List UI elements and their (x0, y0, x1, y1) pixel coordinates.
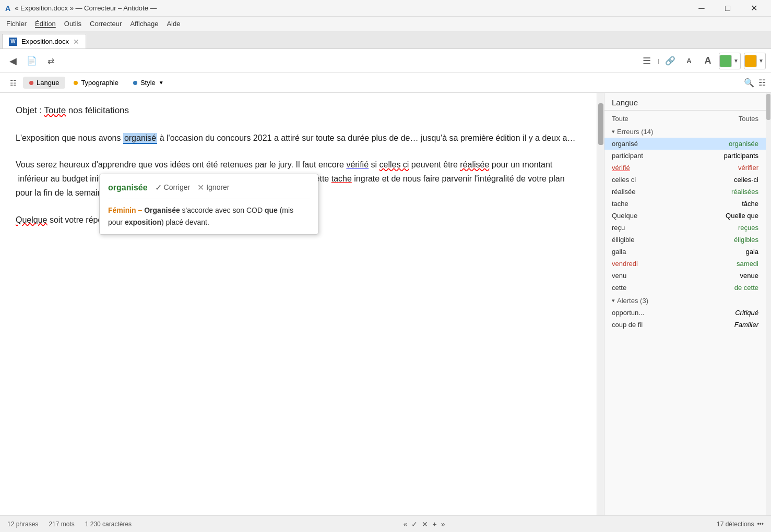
menu-aide[interactable]: Aide (162, 18, 184, 29)
error-row-vendredi[interactable]: vendredi samedi (604, 258, 766, 270)
error-right-de-cette: de cette (685, 284, 759, 292)
status-navigation: « ✓ ✕ + » (404, 520, 445, 528)
langue-dot (29, 81, 33, 85)
toolbar-font-large-button[interactable]: A (700, 53, 716, 69)
nav-close-button[interactable]: ✕ (422, 520, 428, 528)
filter-tab-typographie-label: Typographie (81, 79, 118, 87)
error-row-coup-de-fil[interactable]: coup de fil Familier (604, 319, 766, 331)
menu-outils[interactable]: Outils (60, 18, 86, 29)
filter-panel-toggle[interactable]: ☷ (5, 75, 21, 91)
error-col-headers: Toute Toutes (604, 113, 766, 125)
error-row-cette[interactable]: cette de cette (604, 282, 766, 294)
filter-tab-langue[interactable]: Langue (23, 77, 65, 89)
error-row-verifie[interactable]: vérifié vérifier (604, 162, 766, 174)
style-dot (133, 81, 137, 85)
error-left-recu: reçu (612, 224, 685, 232)
error-right-realisees: réalisées (685, 188, 759, 196)
nav-add-button[interactable]: + (432, 520, 436, 528)
filter-search-icon[interactable]: 🔍 (744, 78, 754, 88)
popup-top-row: organisée ✓ Corriger ✕ Ignorer (108, 180, 310, 199)
status-more-icon[interactable]: ••• (757, 521, 764, 528)
erreurs-collapse-icon: ▾ (612, 128, 615, 135)
error-right-familier: Familier (685, 321, 759, 329)
error-row-recu[interactable]: reçu reçues (604, 222, 766, 234)
erreurs-section-header[interactable]: ▾ Erreurs (14) (604, 125, 766, 138)
error-row-participant[interactable]: participant participants (604, 150, 766, 162)
error-row-venu[interactable]: venu venue (604, 270, 766, 282)
error-row-elligible[interactable]: élligible éligibles (604, 234, 766, 246)
toolbar-doc-button[interactable]: 📄 (24, 53, 40, 69)
menu-correcteur[interactable]: Correcteur (86, 18, 126, 29)
menu-edition[interactable]: Édition (31, 18, 60, 29)
filter-tab-typographie[interactable]: Typographie (67, 77, 125, 89)
nav-first-button[interactable]: « (404, 520, 408, 528)
menu-fichier[interactable]: Fichier (2, 18, 31, 29)
document-tab[interactable]: W Exposition.docx ✕ (2, 34, 86, 49)
toolbar: ◀ 📄 ⇄ ☰ | 🔗 A A ▼ ▼ (0, 49, 771, 73)
close-button[interactable]: ✕ (742, 0, 766, 17)
popup-exposition: exposition (125, 218, 161, 226)
error-row-realisee[interactable]: réalisée réalisées (604, 186, 766, 198)
window-title: « Exposition.docx » — Correcteur – Antid… (15, 4, 157, 12)
document-scrollbar[interactable] (597, 93, 604, 515)
error-right-quelque: Quelle que (685, 212, 759, 220)
error-left-celles-ci: celles ci (612, 176, 685, 184)
error-right-eligibles: éligibles (685, 236, 759, 244)
popup-ignorer-label: Ignorer (206, 182, 229, 194)
tab-label: Exposition.docx (21, 38, 69, 45)
error-left-galla: galla (612, 248, 685, 256)
error-left-organise: organisé (612, 140, 685, 148)
error-row-quelque[interactable]: Quelque Quelle que (604, 210, 766, 222)
toolbar-link-button[interactable]: 🔗 (662, 53, 678, 69)
right-scroll-thumb[interactable] (766, 94, 770, 120)
toolbar-font-small-button[interactable]: A (681, 53, 697, 69)
toolbar-transfer-button[interactable]: ⇄ (43, 53, 58, 69)
toolbar-orange-color-button[interactable] (744, 55, 757, 67)
maximize-button[interactable]: □ (716, 0, 740, 17)
toolbar-settings-button[interactable]: ☰ (639, 53, 655, 69)
toolbar-divider: | (658, 58, 659, 64)
alertes-section-header[interactable]: ▾ Alertes (3) (604, 294, 766, 307)
error-right-gala: gala (685, 248, 759, 256)
doc-scroll-thumb[interactable] (598, 103, 603, 145)
document-container: Objet : Toute nos félicitations L'exposi… (0, 93, 604, 515)
style-arrow-icon: ▼ (159, 80, 164, 86)
error-left-participant: participant (612, 152, 685, 160)
popup-ignorer-button[interactable]: ✕ Ignorer (197, 180, 229, 195)
typographie-dot (74, 81, 78, 85)
error-row-tache[interactable]: tache tâche (604, 198, 766, 210)
toolbar-green-dropdown[interactable]: ▼ (732, 53, 740, 69)
popup-corriger-button[interactable]: ✓ Corriger (155, 180, 191, 195)
right-panel-content: Toute Toutes ▾ Erreurs (14) organisé org… (604, 111, 766, 515)
app-icon: A (5, 4, 10, 13)
minimize-button[interactable]: ─ (690, 0, 714, 17)
filter-bar: ☷ Langue Typographie Style ▼ 🔍 ☷ (0, 73, 771, 93)
toolbar-green-color-button[interactable] (719, 55, 732, 67)
error-row-opportun[interactable]: opportun... Critiqué (604, 307, 766, 319)
right-panel-scrollbar[interactable] (766, 93, 771, 515)
tab-close-button[interactable]: ✕ (73, 38, 79, 46)
error-left-cette: cette (612, 284, 685, 292)
toolbar-orange-dropdown[interactable]: ▼ (757, 53, 765, 69)
nav-next-button[interactable]: » (441, 520, 445, 528)
filter-grid-icon[interactable]: ☷ (758, 78, 766, 88)
error-row-celles-ci[interactable]: celles ci celles-ci (604, 174, 766, 186)
col-header-left: Toute (612, 115, 685, 123)
menu-affichage[interactable]: Affichage (126, 18, 162, 29)
error-left-venu: venu (612, 272, 685, 280)
paragraph-1: L'exposition que nous avons organisé à l… (16, 131, 581, 145)
error-organise: organisé (123, 133, 157, 144)
status-detections: 17 détections ••• (717, 521, 764, 528)
tab-bar: W Exposition.docx ✕ (0, 31, 771, 49)
correction-popup: organisée ✓ Corriger ✕ Ignorer Féminin –… (99, 174, 318, 235)
error-row-organise[interactable]: organisé organisée (604, 138, 766, 150)
error-left-coup-de-fil: coup de fil (612, 321, 685, 329)
status-stats: 12 phrases 217 mots 1 230 caractères (7, 521, 132, 528)
error-left-opportun: opportun... (612, 309, 685, 317)
error-realisee: réalisée (460, 160, 489, 169)
error-row-galla[interactable]: galla gala (604, 246, 766, 258)
filter-tab-style[interactable]: Style ▼ (127, 77, 170, 89)
toolbar-back-button[interactable]: ◀ (5, 53, 21, 69)
nav-prev-button[interactable]: ✓ (411, 520, 418, 528)
popup-suggestion-text: organisée (108, 180, 148, 195)
